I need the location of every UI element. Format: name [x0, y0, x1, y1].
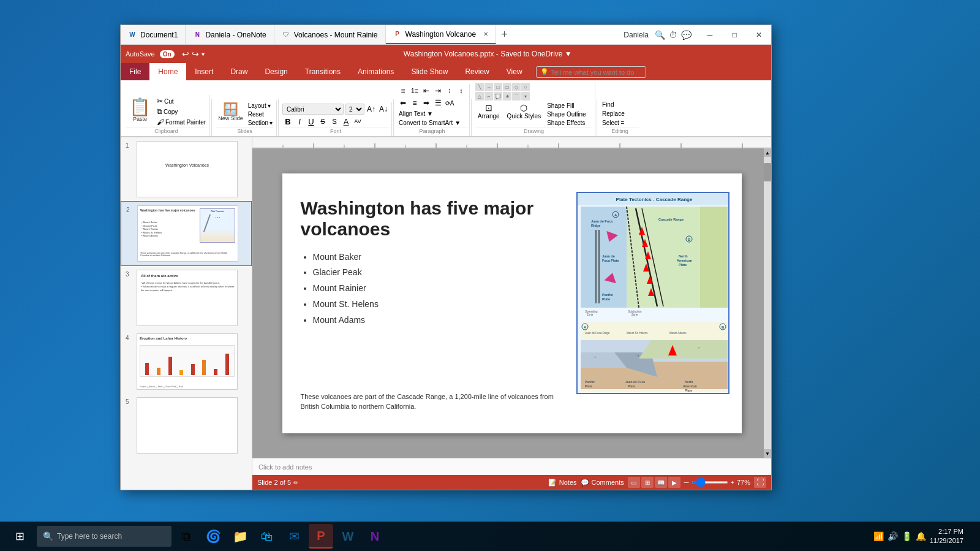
- comment-icon[interactable]: 💬: [681, 30, 692, 40]
- menu-slide-show[interactable]: Slide Show: [402, 63, 456, 80]
- shape-fill-btn[interactable]: Shape Fill: [546, 102, 587, 110]
- comments-status-btn[interactable]: 💬 Comments: [581, 479, 624, 487]
- font-size-selector[interactable]: 24: [345, 104, 364, 115]
- menu-review[interactable]: Review: [456, 63, 497, 80]
- battery-icon[interactable]: 🔋: [902, 531, 912, 541]
- tab-onenote[interactable]: N Daniela - OneNote: [186, 25, 274, 44]
- close-button[interactable]: ✕: [747, 25, 771, 45]
- cut-button[interactable]: ✂ Cut: [156, 96, 207, 106]
- increase-font-btn[interactable]: A↑: [366, 104, 377, 115]
- taskbar-app-store[interactable]: 🛍: [255, 524, 279, 549]
- vertical-scrollbar[interactable]: ▲ ▼: [764, 148, 771, 458]
- taskbar-search[interactable]: 🔍: [37, 526, 172, 547]
- new-tab-button[interactable]: +: [496, 25, 513, 44]
- shape-curve[interactable]: ⌒: [512, 92, 521, 101]
- format-painter-button[interactable]: 🖌 Format Painter: [156, 117, 207, 127]
- shape-more[interactable]: ▾: [521, 92, 530, 101]
- copy-button[interactable]: ⧉ Copy: [156, 107, 207, 116]
- shape-effects-btn[interactable]: Shape Effects: [546, 119, 587, 127]
- taskbar-search-input[interactable]: [57, 532, 155, 541]
- scroll-up[interactable]: ▲: [764, 148, 771, 157]
- customize-qat[interactable]: ▾: [202, 51, 205, 58]
- taskbar-app-word[interactable]: W: [336, 524, 360, 549]
- slide-canvas[interactable]: Washington has five major volcanoes Moun…: [282, 173, 742, 433]
- reset-button[interactable]: Reset: [247, 110, 274, 118]
- align-right-btn[interactable]: ➡: [421, 97, 432, 108]
- taskbar-app-edge[interactable]: 🌀: [201, 524, 225, 549]
- start-button[interactable]: ⊞: [5, 522, 34, 551]
- search-icon[interactable]: 🔍: [655, 30, 665, 40]
- fit-window-btn[interactable]: ⛶: [754, 477, 766, 488]
- italic-button[interactable]: I: [294, 116, 305, 127]
- autosave-toggle[interactable]: On: [160, 50, 175, 58]
- slide-thumb-5[interactable]: 5: [121, 393, 252, 457]
- decrease-font-btn[interactable]: A↓: [378, 104, 389, 115]
- quick-styles-button[interactable]: ⬡ Quick Styles: [505, 102, 544, 127]
- notification-icon[interactable]: 🔔: [916, 531, 926, 541]
- bullets-button[interactable]: ≡: [398, 85, 409, 96]
- shape-line[interactable]: ╲: [475, 83, 484, 91]
- text-direction-btn[interactable]: ⟳A: [444, 97, 455, 108]
- notes-bar[interactable]: Click to add notes: [252, 458, 771, 475]
- scroll-down[interactable]: ▼: [764, 449, 771, 458]
- menu-design[interactable]: Design: [256, 63, 296, 80]
- paste-button[interactable]: 📋 Paste: [126, 96, 154, 124]
- taskbar-app-onenote[interactable]: N: [363, 524, 387, 549]
- edit-icon[interactable]: ✏: [293, 479, 298, 486]
- normal-view-btn[interactable]: ▭: [628, 477, 640, 488]
- maximize-button[interactable]: □: [722, 25, 747, 45]
- font-color-button[interactable]: A: [341, 116, 352, 127]
- convert-smartart-btn[interactable]: Convert to SmartArt ▼: [398, 119, 462, 127]
- arrange-button[interactable]: ⊡ Arrange: [475, 102, 502, 127]
- bold-button[interactable]: B: [282, 116, 293, 127]
- zoom-in-btn[interactable]: +: [731, 479, 734, 486]
- menu-animations[interactable]: Animations: [349, 63, 402, 80]
- notes-status-btn[interactable]: 📝 Notes: [548, 479, 577, 487]
- slide-canvas-area[interactable]: Washington has five major volcanoes Moun…: [252, 148, 771, 458]
- font-family-selector[interactable]: Calibri: [282, 104, 344, 115]
- zoom-out-btn[interactable]: ─: [684, 479, 689, 486]
- tab-document1[interactable]: W Document1: [121, 25, 186, 44]
- taskbar-app-task-view[interactable]: ⧉: [174, 524, 198, 549]
- reading-view-btn[interactable]: 📖: [655, 477, 667, 488]
- find-button[interactable]: Find: [601, 101, 615, 108]
- numbering-button[interactable]: 1≡: [409, 85, 420, 96]
- menu-draw[interactable]: Draw: [222, 63, 256, 80]
- strikethrough-button[interactable]: S: [317, 116, 328, 127]
- slide-heading[interactable]: Washington has five major volcanoes: [301, 198, 570, 240]
- taskbar-app-mail[interactable]: ✉: [282, 524, 306, 549]
- slide-thumb-1[interactable]: 1 Washington Volcanoes: [121, 137, 252, 201]
- history-icon[interactable]: ⏱: [669, 30, 677, 40]
- zoom-slider[interactable]: [692, 481, 728, 484]
- taskbar-app-explorer[interactable]: 📁: [228, 524, 252, 549]
- justify-btn[interactable]: ☰: [432, 97, 443, 108]
- shape-callout[interactable]: 💬: [494, 92, 502, 101]
- menu-file[interactable]: File: [121, 63, 149, 80]
- network-icon[interactable]: 📶: [873, 531, 884, 541]
- slide-show-btn[interactable]: ▶: [668, 477, 680, 488]
- align-center-btn[interactable]: ≡: [409, 97, 420, 108]
- tab-washington-volcanoes[interactable]: P Washington Volcanoe ✕: [386, 25, 497, 44]
- taskbar-clock[interactable]: 2:17 PM 11/29/2017: [930, 527, 963, 546]
- shape-oval[interactable]: ○: [521, 83, 530, 91]
- shape-rt[interactable]: ⌐: [484, 92, 493, 101]
- shape-rect2[interactable]: ▭: [503, 83, 511, 91]
- slide-thumb-2[interactable]: 2 Washington has five major volcanoes • …: [121, 201, 252, 266]
- align-text-btn[interactable]: Align Text ▼: [398, 110, 434, 118]
- shape-arrow[interactable]: →: [484, 83, 493, 91]
- scroll-thumb[interactable]: [764, 163, 771, 181]
- section-button[interactable]: Section ▾: [247, 119, 274, 127]
- taskbar-app-powerpoint[interactable]: P: [309, 524, 333, 549]
- shape-rect[interactable]: □: [494, 83, 502, 91]
- slide-main-content-area[interactable]: Washington has five major volcanoes Moun…: [301, 198, 570, 329]
- decrease-indent-btn[interactable]: ⇤: [421, 85, 432, 96]
- menu-insert[interactable]: Insert: [186, 63, 222, 80]
- char-spacing-btn[interactable]: AV: [352, 116, 363, 127]
- columns-btn[interactable]: ⫶: [444, 85, 455, 96]
- notes-placeholder[interactable]: Click to add notes: [258, 463, 312, 471]
- tell-me-bar[interactable]: 💡 Tell me what you want to do: [536, 66, 646, 78]
- layout-button[interactable]: Layout ▾: [247, 102, 274, 110]
- new-slide-button[interactable]: 🪟 New Slide: [216, 102, 246, 123]
- shadow-button[interactable]: S: [329, 116, 340, 127]
- shape-triangle[interactable]: △: [475, 92, 484, 101]
